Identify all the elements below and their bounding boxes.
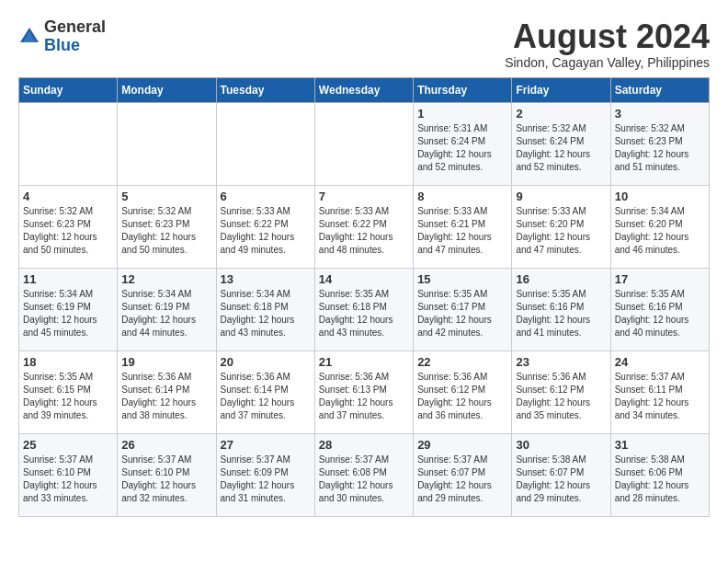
weekday-header-thursday: Thursday xyxy=(414,77,512,102)
empty-day-cell xyxy=(314,102,413,185)
day-info: Sunrise: 5:37 AM Sunset: 6:10 PM Dayligh… xyxy=(121,454,211,505)
calendar-day-24: 24Sunrise: 5:37 AM Sunset: 6:11 PM Dayli… xyxy=(610,350,709,433)
day-info: Sunrise: 5:35 AM Sunset: 6:16 PM Dayligh… xyxy=(516,288,606,339)
day-number: 19 xyxy=(121,355,211,369)
calendar-week-row: 25Sunrise: 5:37 AM Sunset: 6:10 PM Dayli… xyxy=(19,433,710,516)
day-number: 1 xyxy=(417,107,507,121)
calendar-day-12: 12Sunrise: 5:34 AM Sunset: 6:19 PM Dayli… xyxy=(118,268,216,350)
month-year-title: August 2024 xyxy=(505,18,710,55)
day-info: Sunrise: 5:38 AM Sunset: 6:07 PM Dayligh… xyxy=(516,454,606,505)
calendar-day-1: 1Sunrise: 5:31 AM Sunset: 6:24 PM Daylig… xyxy=(414,102,512,185)
day-number: 4 xyxy=(23,190,113,203)
day-number: 14 xyxy=(319,272,409,286)
day-number: 22 xyxy=(417,355,507,369)
day-number: 27 xyxy=(221,438,311,452)
day-info: Sunrise: 5:33 AM Sunset: 6:21 PM Dayligh… xyxy=(417,205,507,257)
day-info: Sunrise: 5:36 AM Sunset: 6:13 PM Dayligh… xyxy=(319,371,409,422)
calendar-day-29: 29Sunrise: 5:37 AM Sunset: 6:07 PM Dayli… xyxy=(414,433,512,516)
day-info: Sunrise: 5:36 AM Sunset: 6:14 PM Dayligh… xyxy=(221,371,311,422)
day-info: Sunrise: 5:32 AM Sunset: 6:24 PM Dayligh… xyxy=(516,122,606,174)
day-number: 5 xyxy=(121,190,211,203)
day-info: Sunrise: 5:34 AM Sunset: 6:20 PM Dayligh… xyxy=(615,205,705,257)
day-number: 7 xyxy=(319,190,409,203)
calendar-day-16: 16Sunrise: 5:35 AM Sunset: 6:16 PM Dayli… xyxy=(512,268,610,350)
day-number: 11 xyxy=(23,272,113,286)
title-block: August 2024 Sindon, Cagayan Valley, Phil… xyxy=(505,18,710,70)
day-info: Sunrise: 5:31 AM Sunset: 6:24 PM Dayligh… xyxy=(417,122,507,174)
empty-day-cell xyxy=(118,102,216,185)
day-info: Sunrise: 5:33 AM Sunset: 6:22 PM Dayligh… xyxy=(319,205,409,257)
calendar-day-21: 21Sunrise: 5:36 AM Sunset: 6:13 PM Dayli… xyxy=(314,350,413,433)
day-info: Sunrise: 5:37 AM Sunset: 6:08 PM Dayligh… xyxy=(319,454,409,505)
logo: General Blue xyxy=(18,18,106,55)
day-number: 25 xyxy=(23,438,113,452)
day-number: 8 xyxy=(417,190,507,203)
weekday-header-sunday: Sunday xyxy=(19,77,118,102)
day-info: Sunrise: 5:36 AM Sunset: 6:12 PM Dayligh… xyxy=(516,371,606,422)
day-number: 24 xyxy=(615,355,705,369)
day-info: Sunrise: 5:35 AM Sunset: 6:18 PM Dayligh… xyxy=(319,288,409,339)
calendar-day-14: 14Sunrise: 5:35 AM Sunset: 6:18 PM Dayli… xyxy=(314,268,413,350)
calendar-week-row: 4Sunrise: 5:32 AM Sunset: 6:23 PM Daylig… xyxy=(19,185,710,268)
day-info: Sunrise: 5:36 AM Sunset: 6:14 PM Dayligh… xyxy=(121,371,211,422)
day-info: Sunrise: 5:37 AM Sunset: 6:11 PM Dayligh… xyxy=(615,371,705,422)
day-info: Sunrise: 5:32 AM Sunset: 6:23 PM Dayligh… xyxy=(121,205,211,257)
day-info: Sunrise: 5:35 AM Sunset: 6:16 PM Dayligh… xyxy=(615,288,705,339)
location-subtitle: Sindon, Cagayan Valley, Philippines xyxy=(505,55,710,70)
day-info: Sunrise: 5:32 AM Sunset: 6:23 PM Dayligh… xyxy=(615,122,705,174)
calendar-day-13: 13Sunrise: 5:34 AM Sunset: 6:18 PM Dayli… xyxy=(216,268,314,350)
calendar-day-19: 19Sunrise: 5:36 AM Sunset: 6:14 PM Dayli… xyxy=(118,350,216,433)
day-number: 3 xyxy=(615,107,705,121)
logo-icon xyxy=(18,26,40,48)
day-number: 2 xyxy=(516,107,606,121)
calendar-day-2: 2Sunrise: 5:32 AM Sunset: 6:24 PM Daylig… xyxy=(512,102,610,185)
day-number: 15 xyxy=(417,272,507,286)
logo-blue-text: Blue xyxy=(44,36,80,54)
calendar-day-17: 17Sunrise: 5:35 AM Sunset: 6:16 PM Dayli… xyxy=(610,268,709,350)
calendar-day-31: 31Sunrise: 5:38 AM Sunset: 6:06 PM Dayli… xyxy=(610,433,709,516)
weekday-header-monday: Monday xyxy=(118,77,216,102)
day-info: Sunrise: 5:37 AM Sunset: 6:10 PM Dayligh… xyxy=(23,454,113,505)
logo-general-text: General xyxy=(44,17,106,36)
calendar-day-5: 5Sunrise: 5:32 AM Sunset: 6:23 PM Daylig… xyxy=(118,185,216,268)
calendar-day-15: 15Sunrise: 5:35 AM Sunset: 6:17 PM Dayli… xyxy=(414,268,512,350)
day-number: 30 xyxy=(516,438,606,452)
empty-day-cell xyxy=(19,102,118,185)
calendar-day-7: 7Sunrise: 5:33 AM Sunset: 6:22 PM Daylig… xyxy=(314,185,413,268)
day-info: Sunrise: 5:37 AM Sunset: 6:07 PM Dayligh… xyxy=(417,454,507,505)
calendar-week-row: 11Sunrise: 5:34 AM Sunset: 6:19 PM Dayli… xyxy=(19,268,710,350)
calendar-day-11: 11Sunrise: 5:34 AM Sunset: 6:19 PM Dayli… xyxy=(19,268,118,350)
day-info: Sunrise: 5:37 AM Sunset: 6:09 PM Dayligh… xyxy=(221,454,311,505)
day-number: 20 xyxy=(221,355,311,369)
day-number: 16 xyxy=(516,272,606,286)
calendar-day-4: 4Sunrise: 5:32 AM Sunset: 6:23 PM Daylig… xyxy=(19,185,118,268)
calendar-day-9: 9Sunrise: 5:33 AM Sunset: 6:20 PM Daylig… xyxy=(512,185,610,268)
day-info: Sunrise: 5:35 AM Sunset: 6:17 PM Dayligh… xyxy=(417,288,507,339)
calendar-day-28: 28Sunrise: 5:37 AM Sunset: 6:08 PM Dayli… xyxy=(314,433,413,516)
calendar-day-8: 8Sunrise: 5:33 AM Sunset: 6:21 PM Daylig… xyxy=(414,185,512,268)
weekday-header-saturday: Saturday xyxy=(610,77,709,102)
day-number: 21 xyxy=(319,355,409,369)
calendar-day-26: 26Sunrise: 5:37 AM Sunset: 6:10 PM Dayli… xyxy=(118,433,216,516)
day-number: 17 xyxy=(615,272,705,286)
day-number: 12 xyxy=(121,272,211,286)
calendar-day-20: 20Sunrise: 5:36 AM Sunset: 6:14 PM Dayli… xyxy=(216,350,314,433)
calendar-day-25: 25Sunrise: 5:37 AM Sunset: 6:10 PM Dayli… xyxy=(19,433,118,516)
calendar-day-10: 10Sunrise: 5:34 AM Sunset: 6:20 PM Dayli… xyxy=(610,185,709,268)
calendar-week-row: 18Sunrise: 5:35 AM Sunset: 6:15 PM Dayli… xyxy=(19,350,710,433)
day-info: Sunrise: 5:32 AM Sunset: 6:23 PM Dayligh… xyxy=(23,205,113,257)
day-number: 18 xyxy=(23,355,113,369)
weekday-header-row: SundayMondayTuesdayWednesdayThursdayFrid… xyxy=(19,77,710,102)
day-info: Sunrise: 5:36 AM Sunset: 6:12 PM Dayligh… xyxy=(417,371,507,422)
calendar-day-3: 3Sunrise: 5:32 AM Sunset: 6:23 PM Daylig… xyxy=(610,102,709,185)
day-info: Sunrise: 5:34 AM Sunset: 6:19 PM Dayligh… xyxy=(121,288,211,339)
day-number: 28 xyxy=(319,438,409,452)
calendar-day-27: 27Sunrise: 5:37 AM Sunset: 6:09 PM Dayli… xyxy=(216,433,314,516)
day-info: Sunrise: 5:33 AM Sunset: 6:20 PM Dayligh… xyxy=(516,205,606,257)
day-number: 10 xyxy=(615,190,705,203)
day-info: Sunrise: 5:35 AM Sunset: 6:15 PM Dayligh… xyxy=(23,371,113,422)
empty-day-cell xyxy=(216,102,314,185)
day-number: 26 xyxy=(121,438,211,452)
day-info: Sunrise: 5:34 AM Sunset: 6:18 PM Dayligh… xyxy=(221,288,311,339)
weekday-header-friday: Friday xyxy=(512,77,610,102)
